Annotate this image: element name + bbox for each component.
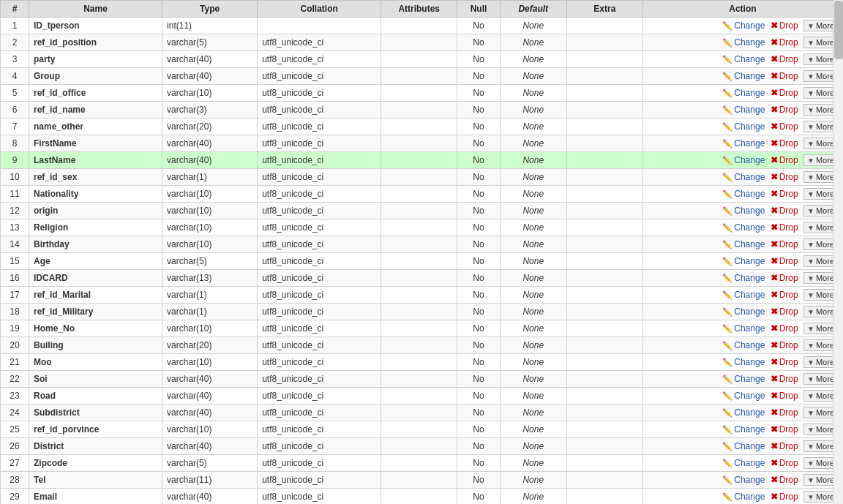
- change-button[interactable]: ✏️ Change: [722, 273, 765, 283]
- cell-type: varchar(40): [162, 371, 258, 388]
- change-button[interactable]: ✏️ Change: [722, 407, 765, 418]
- cell-action: ✏️ Change ✖ Drop ▼ More: [642, 472, 842, 489]
- drop-button[interactable]: ✖ Drop: [771, 357, 798, 367]
- drop-button[interactable]: ✖ Drop: [771, 88, 798, 98]
- cell-attributes: [381, 455, 457, 472]
- change-button[interactable]: ✏️ Change: [722, 306, 765, 317]
- x-icon: ✖: [771, 54, 778, 64]
- change-button[interactable]: ✏️ Change: [722, 54, 765, 64]
- change-button[interactable]: ✏️ Change: [722, 20, 765, 31]
- drop-button[interactable]: ✖ Drop: [771, 407, 798, 418]
- change-button[interactable]: ✏️ Change: [722, 340, 765, 350]
- cell-attributes: [381, 135, 457, 152]
- cell-extra: [566, 371, 642, 388]
- change-button[interactable]: ✏️ Change: [722, 239, 765, 249]
- change-button[interactable]: ✏️ Change: [722, 323, 765, 334]
- change-button[interactable]: ✏️ Change: [722, 121, 765, 132]
- change-button[interactable]: ✏️ Change: [722, 256, 765, 266]
- change-button[interactable]: ✏️ Change: [722, 172, 765, 182]
- change-label: Change: [734, 105, 765, 115]
- drop-button[interactable]: ✖ Drop: [771, 206, 798, 216]
- cell-collation: utf8_unicode_ci: [258, 421, 381, 438]
- scrollbar-thumb[interactable]: [834, 1, 843, 59]
- drop-button[interactable]: ✖ Drop: [771, 374, 798, 384]
- cell-null: No: [457, 304, 501, 320]
- change-button[interactable]: ✏️ Change: [722, 138, 765, 148]
- drop-button[interactable]: ✖ Drop: [771, 239, 798, 249]
- cell-null: No: [457, 388, 501, 405]
- cell-type: varchar(40): [162, 405, 258, 421]
- drop-button[interactable]: ✖ Drop: [771, 37, 798, 48]
- pencil-icon: ✏️: [722, 38, 733, 48]
- drop-button[interactable]: ✖ Drop: [771, 20, 798, 31]
- drop-button[interactable]: ✖ Drop: [771, 256, 798, 266]
- x-icon: ✖: [771, 206, 778, 216]
- change-button[interactable]: ✏️ Change: [722, 441, 765, 451]
- pencil-icon: ✏️: [722, 274, 733, 283]
- cell-collation: utf8_unicode_ci: [258, 371, 381, 388]
- change-button[interactable]: ✏️ Change: [722, 206, 765, 216]
- drop-button[interactable]: ✖ Drop: [771, 71, 798, 81]
- drop-button[interactable]: ✖ Drop: [771, 138, 798, 148]
- drop-button[interactable]: ✖ Drop: [771, 458, 798, 468]
- change-button[interactable]: ✏️ Change: [722, 37, 765, 48]
- cell-collation: utf8_unicode_ci: [258, 219, 381, 236]
- change-label: Change: [734, 206, 765, 216]
- drop-button[interactable]: ✖ Drop: [771, 323, 798, 334]
- change-button[interactable]: ✏️ Change: [722, 105, 765, 115]
- drop-button[interactable]: ✖ Drop: [771, 172, 798, 182]
- change-button[interactable]: ✏️ Change: [722, 88, 765, 98]
- cell-default: None: [500, 304, 566, 320]
- cell-type: varchar(40): [162, 388, 258, 405]
- drop-button[interactable]: ✖ Drop: [771, 105, 798, 115]
- scrollbar-track[interactable]: [833, 0, 843, 504]
- cell-extra: [566, 119, 642, 135]
- drop-button[interactable]: ✖ Drop: [771, 222, 798, 233]
- chevron-down-icon: ▼: [807, 325, 814, 333]
- change-button[interactable]: ✏️ Change: [722, 374, 765, 384]
- cell-null: No: [457, 102, 501, 119]
- cell-action: ✏️ Change ✖ Drop ▼ More: [642, 489, 842, 505]
- change-button[interactable]: ✏️ Change: [722, 492, 765, 502]
- change-button[interactable]: ✏️ Change: [722, 290, 765, 300]
- drop-button[interactable]: ✖ Drop: [771, 306, 798, 317]
- cell-name: Builing: [29, 337, 162, 354]
- change-button[interactable]: ✏️ Change: [722, 391, 765, 401]
- change-label: Change: [734, 323, 765, 334]
- change-button[interactable]: ✏️ Change: [722, 155, 765, 165]
- more-label: More: [816, 173, 834, 181]
- drop-button[interactable]: ✖ Drop: [771, 424, 798, 435]
- x-icon: ✖: [771, 105, 778, 115]
- drop-button[interactable]: ✖ Drop: [771, 189, 798, 199]
- cell-default: None: [500, 405, 566, 421]
- drop-label: Drop: [779, 323, 798, 334]
- cell-collation: utf8_unicode_ci: [258, 135, 381, 152]
- cell-action: ✏️ Change ✖ Drop ▼ More: [642, 169, 842, 186]
- drop-button[interactable]: ✖ Drop: [771, 273, 798, 283]
- more-label: More: [816, 55, 834, 64]
- pencil-icon: ✏️: [722, 21, 733, 31]
- change-button[interactable]: ✏️ Change: [722, 475, 765, 485]
- header-name: Name: [29, 1, 162, 18]
- drop-button[interactable]: ✖ Drop: [771, 475, 798, 485]
- drop-button[interactable]: ✖ Drop: [771, 54, 798, 64]
- more-label: More: [816, 156, 834, 165]
- change-button[interactable]: ✏️ Change: [722, 189, 765, 199]
- drop-button[interactable]: ✖ Drop: [771, 155, 798, 165]
- change-button[interactable]: ✏️ Change: [722, 458, 765, 468]
- x-icon: ✖: [771, 290, 778, 300]
- change-button[interactable]: ✏️ Change: [722, 71, 765, 81]
- table-row: 26 District varchar(40) utf8_unicode_ci …: [1, 438, 843, 455]
- drop-button[interactable]: ✖ Drop: [771, 340, 798, 350]
- change-button[interactable]: ✏️ Change: [722, 222, 765, 233]
- drop-button[interactable]: ✖ Drop: [771, 441, 798, 451]
- drop-button[interactable]: ✖ Drop: [771, 121, 798, 132]
- cell-name: Email: [29, 489, 162, 505]
- change-button[interactable]: ✏️ Change: [722, 424, 765, 435]
- drop-button[interactable]: ✖ Drop: [771, 492, 798, 502]
- drop-button[interactable]: ✖ Drop: [771, 391, 798, 401]
- change-button[interactable]: ✏️ Change: [722, 357, 765, 367]
- cell-null: No: [457, 337, 501, 354]
- drop-button[interactable]: ✖ Drop: [771, 290, 798, 300]
- cell-null: No: [457, 236, 501, 253]
